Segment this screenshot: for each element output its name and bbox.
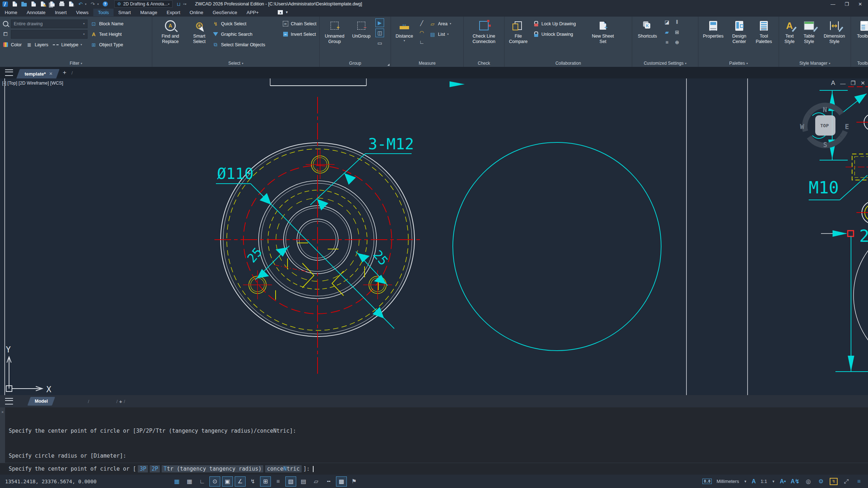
view-cube[interactable]: N S W E TOP [800,106,849,149]
alias-edit-icon[interactable]: ◪ [663,18,671,26]
menu-views[interactable]: Views [71,9,93,16]
group-bounding-box-icon[interactable]: ◫ [375,29,384,37]
view-cube-north[interactable]: N [823,106,827,114]
new-tab-button[interactable]: + [63,69,67,76]
qr-config-icon[interactable]: ⊞ [673,29,681,36]
measure-coordinates-icon[interactable]: ∟ [418,39,425,45]
filter-layers-button[interactable]: ≣Layers [26,42,48,48]
fullscreen-icon[interactable]: ⤢ [842,476,850,487]
graphic-search-button[interactable]: Graphic Search [212,29,279,39]
object-snap-icon[interactable]: ▣ [222,476,233,487]
linetype-manager-icon[interactable]: ‖ [673,18,681,26]
menu-geoservice[interactable]: GeoService [208,9,242,16]
check-line-connection-button[interactable]: Check Line Connection [466,18,502,44]
filter-color-button[interactable]: Color [2,42,22,48]
prompt-option-ttr[interactable]: Ttr (tangency tangency radius) [162,465,263,472]
document-tab-template[interactable]: template* ✕ [18,69,58,78]
shortcuts-button[interactable]: K Shortcuts [634,18,660,39]
units-dropdown-icon[interactable]: ▼ [744,480,747,483]
view-cube-south[interactable]: S [823,141,827,149]
redo-icon[interactable]: ↷ [90,1,96,7]
filter-group-label[interactable]: Filter▾ [0,60,152,67]
annotation-visibility-icon[interactable]: A↯ [791,478,800,485]
save-as-icon[interactable]: ✎ [40,1,46,7]
polar-tracking-icon[interactable]: ⊙ [209,476,220,487]
measure-radius-icon[interactable]: ◠ [418,29,425,36]
file-compare-button[interactable]: File Compare [507,18,530,44]
view-cube-west[interactable]: W [800,123,804,130]
unlock-drawing-button[interactable]: Unlock Drawing [533,29,587,39]
close-button[interactable]: ✕ [858,1,862,7]
filter-object-type-button[interactable]: ⊞Object Type [90,39,123,50]
table-style-button[interactable]: Table Style [801,18,817,44]
group-selectable-toggle-icon[interactable]: ▶ [375,18,384,27]
ribbon-collapse-button[interactable]: ▲ ▼ [278,10,288,14]
text-style-button[interactable]: A Text Style [781,18,798,44]
menu-manage[interactable]: Manage [136,9,162,16]
undo-icon[interactable]: ↶ [77,1,84,7]
ortho-mode-icon[interactable]: ∟ [197,476,208,487]
doc-tabs-menu-icon[interactable] [5,69,13,76]
group-edit-icon[interactable]: ▭ [375,39,384,47]
annotation-monitor-icon[interactable]: ▩ [336,476,347,487]
new-sheet-set-button[interactable]: + New Sheet Set [590,18,616,44]
menu-smart[interactable]: Smart [114,9,136,16]
dimension-style-button[interactable]: ↔ Dimension Style [820,18,848,44]
print-preview-icon[interactable]: ◌ [68,1,74,7]
menu-insert[interactable]: Insert [50,9,72,16]
customized-settings-group-label[interactable]: Customized Settings▾ [632,60,698,67]
status-menu-icon[interactable]: ≡ [855,476,863,487]
doc-restore-icon[interactable]: ❐ [851,80,855,86]
filter-linetype-button[interactable]: Linetype▾ [52,42,82,48]
filter-text-height-button[interactable]: AText Height [90,29,123,39]
tab-close-icon[interactable]: ✕ [49,71,53,76]
quick-properties-icon[interactable]: ▤ [298,476,309,487]
quick-access-menu-icon[interactable]: ≡▾ [183,3,187,6]
workspace-selector[interactable]: ⚙ 2D Drafting & Annota... ▾ [114,0,173,8]
selection-cycling-icon[interactable]: ▱ [311,476,322,487]
measure-quick-icon[interactable]: ╱ [418,20,425,26]
tool-palettes-button[interactable]: Tool Palettes [753,18,775,44]
menu-app-plus[interactable]: APP+ [242,9,264,16]
view-cube-east[interactable]: E [845,123,849,130]
annotation-scale-value[interactable]: 1:1 [761,479,767,484]
minimize-button[interactable]: — [830,1,835,7]
select-similar-objects-button[interactable]: ⧉Select Similar Objects [212,39,279,50]
group-dialog-launcher-icon[interactable] [387,64,390,66]
smart-select-button[interactable]: ⊛ Smart Select [189,18,209,44]
scale-dropdown-icon[interactable]: ▼ [772,480,775,483]
workspace-flag-icon[interactable]: ⚑ [349,476,359,487]
isolate-objects-icon[interactable]: ◎ [804,476,812,487]
toolbar-button[interactable]: Toolbar [853,18,868,39]
lock-up-drawing-button[interactable]: Lock Up Drawing [533,18,587,29]
menu-export[interactable]: Export [162,9,185,16]
area-button[interactable]: ▱Area▾ [429,18,451,29]
auto-annotation-icon[interactable]: A• [780,478,786,485]
help-icon[interactable]: ? [102,1,108,7]
group-group-label[interactable]: Group [320,60,391,67]
lineweight-icon[interactable]: ≡ [273,476,284,487]
doc-close-icon[interactable]: ✕ [860,80,865,86]
menu-home[interactable]: Home [0,9,22,16]
style-manager-group-label[interactable]: Style Manager▾ [779,60,851,67]
linetype-display-icon[interactable]: ╍ [323,476,334,487]
new-file-icon[interactable] [12,1,18,7]
command-input-line[interactable]: Specify the center point of circle or [ … [0,463,868,475]
pgp-edit-icon[interactable]: ▰ [663,29,671,36]
drawing-viewport[interactable]: [-] [Top] [2D Wireframe] [WCS] A — ❐ ✕ [0,78,868,395]
annotation-scale-icon[interactable]: A [752,478,756,485]
chain-select-button[interactable]: ∞Chain Select [282,18,316,29]
viewport-controls-label[interactable]: [-] [Top] [2D Wireframe] [WCS] [2,81,63,86]
prompt-option-2p[interactable]: 2P [150,465,160,472]
properties-button[interactable]: Properties [701,18,726,39]
undo-dropdown-icon[interactable]: ▾ [85,3,86,6]
copy-icon[interactable] [49,1,55,7]
save-icon[interactable] [30,1,37,7]
dynamic-ucs-icon[interactable]: ↯ [247,476,258,487]
filter-block-name-button[interactable]: ⊡Block Name [90,18,123,29]
layout-tab-model[interactable]: Model [29,397,54,406]
filter-value-select[interactable]: ▾ [11,30,88,39]
select-group-label[interactable]: Select▾ [152,60,319,67]
new-layout-button[interactable]: + [119,398,122,404]
find-and-replace-button[interactable]: A Find and Replace [154,18,186,44]
